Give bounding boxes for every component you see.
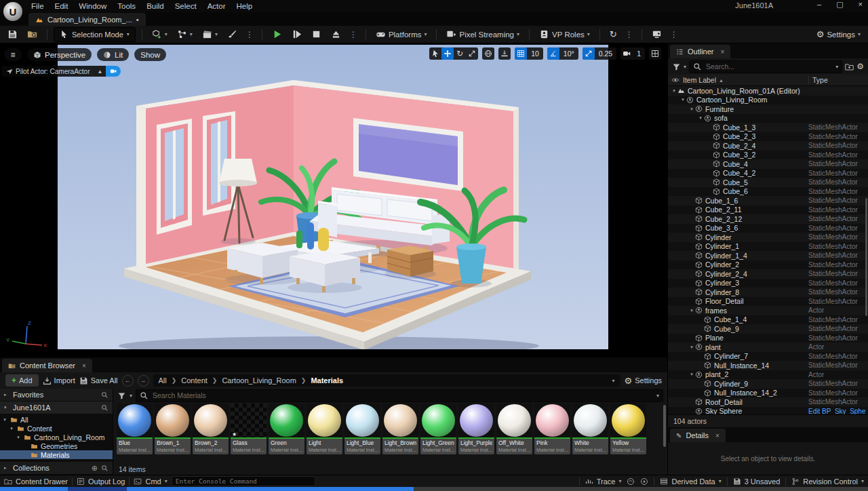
selection-mode-dropdown[interactable]: Selection Mode ▾ xyxy=(54,27,136,42)
collections-search-icon[interactable] xyxy=(101,465,108,472)
path-options-chevron-icon[interactable]: ▾ xyxy=(612,378,615,384)
menu-tools[interactable]: Tools xyxy=(112,1,141,12)
outliner-row[interactable]: Cube_3_6StaticMeshActor xyxy=(668,224,868,233)
scale-tool-button[interactable] xyxy=(466,47,478,60)
expander-icon[interactable]: ▾ xyxy=(688,308,695,313)
stats-icon[interactable] xyxy=(627,477,635,486)
menu-help[interactable]: Help xyxy=(231,1,258,12)
more-options-icon[interactable]: ⋮ xyxy=(243,30,256,39)
outliner-row[interactable]: ▾plantActor xyxy=(668,342,868,352)
asset-tile-brown_1[interactable]: Brown_1Material Inst... xyxy=(155,404,191,464)
camera-speed-button[interactable] xyxy=(620,47,633,60)
tab-outliner[interactable]: Outliner × xyxy=(670,45,730,58)
asset-grid-scrollbar[interactable] xyxy=(663,405,666,447)
breadcrumb-item[interactable]: Cartoon_Living_Room xyxy=(222,376,296,385)
unsaved-button[interactable]: 3 Unsaved xyxy=(733,477,781,486)
outliner-row[interactable]: Sky SphereEdit BP_Sky_Sphe xyxy=(668,407,868,415)
editor-modes-button[interactable] xyxy=(224,28,241,41)
breadcrumb-item[interactable]: Content xyxy=(181,376,208,385)
output-log-button[interactable]: Output Log xyxy=(77,477,125,486)
asset-search-chevron-icon[interactable]: ▾ xyxy=(656,393,659,399)
outliner-row[interactable]: Cylinder_2StaticMeshActor xyxy=(668,260,868,270)
favorites-search-icon[interactable] xyxy=(101,391,108,399)
recompile-options-icon[interactable]: ⋮ xyxy=(623,30,635,39)
asset-tile-yellow[interactable]: YellowMaterial Inst... xyxy=(610,404,646,464)
outliner-row[interactable]: Cube_2_12StaticMeshActor xyxy=(668,214,868,224)
asset-tile-light_brown[interactable]: Light_BrownMaterial Inst... xyxy=(382,404,418,464)
add-collection-icon[interactable]: ⊕ xyxy=(92,464,98,473)
add-button[interactable]: + Add xyxy=(5,374,39,387)
blueprints-button[interactable]: ▾ xyxy=(174,28,196,41)
stop-piloting-button[interactable]: ▲ xyxy=(94,66,106,77)
asset-search[interactable]: ▾ xyxy=(136,389,663,402)
breadcrumb[interactable]: All❯Content❯Cartoon_Living_Room❯Material… xyxy=(153,374,620,387)
device-options-icon[interactable]: ⋮ xyxy=(668,30,680,39)
breadcrumb-item[interactable]: Materials xyxy=(311,376,343,385)
content-browser-button[interactable] xyxy=(24,28,41,41)
viewport-options-icon[interactable]: ≡ xyxy=(4,48,22,61)
level-tab[interactable]: Cartoon_Living_Room_... • xyxy=(28,13,146,26)
save-button[interactable] xyxy=(4,28,21,41)
console-command-input[interactable] xyxy=(172,476,315,486)
folder-tree-item-content[interactable]: ▾Content xyxy=(0,424,113,433)
outliner-row[interactable]: Cube_3_2StaticMeshActor xyxy=(668,151,868,160)
tab-details[interactable]: ✎ Details × xyxy=(670,429,726,442)
folder-tree-item-materials[interactable]: Materials xyxy=(0,450,113,459)
collections-section[interactable]: ▸ Collections ⊕ xyxy=(0,462,113,475)
asset-tile-off_white[interactable]: Off_WhiteMaterial Inst... xyxy=(496,404,532,464)
outliner-row[interactable]: Cylinder_3StaticMeshActor xyxy=(668,279,868,288)
close-details-icon[interactable]: × xyxy=(715,432,719,439)
outliner-search[interactable]: ▾ xyxy=(689,60,842,73)
outliner-row[interactable]: ▾plant_2Actor xyxy=(668,370,868,380)
menu-build[interactable]: Build xyxy=(141,1,170,12)
back-button[interactable]: ← xyxy=(122,375,134,387)
cmd-dropdown[interactable]: Cmd▾ xyxy=(134,477,167,486)
asset-tile-light[interactable]: LightMaterial Inst... xyxy=(307,404,342,464)
outliner-settings-icon[interactable]: ⚙ xyxy=(856,62,864,71)
camera-speed-value[interactable]: 1 xyxy=(633,50,645,58)
outliner-row[interactable]: Cylinder_1StaticMeshActor xyxy=(668,242,868,252)
menu-edit[interactable]: Edit xyxy=(50,1,74,12)
outliner-row[interactable]: Null_Instance_14_2StaticMeshActor xyxy=(668,389,868,398)
rotate-tool-button[interactable]: ↻ xyxy=(454,47,466,60)
asset-tile-light_blue[interactable]: Light_BlueMaterial Inst... xyxy=(344,404,380,464)
rotation-snap-toggle[interactable] xyxy=(547,47,559,60)
level-viewport[interactable]: ≡ Perspective Lit Show Pilot Actor: Came… xyxy=(0,43,667,357)
outliner-row[interactable]: ▾Furniture xyxy=(668,104,868,114)
outliner-row[interactable]: Cube_6StaticMeshActor xyxy=(668,187,868,197)
outliner-scrollbar[interactable] xyxy=(865,198,867,316)
outliner-row[interactable]: PlaneStaticMeshActor xyxy=(668,334,868,343)
filter-chevron-icon[interactable]: ▾ xyxy=(684,64,686,70)
pixel-streaming-dropdown[interactable]: Pixel Streaming▾ xyxy=(443,28,523,41)
add-actor-button[interactable]: ▾ xyxy=(149,28,171,41)
menu-file[interactable]: File xyxy=(26,1,50,12)
outliner-row[interactable]: Roof_DetailStaticMeshActor xyxy=(668,397,868,407)
cinematics-button[interactable]: ▾ xyxy=(199,28,221,41)
view-mode-dropdown[interactable]: Lit xyxy=(97,48,129,61)
eject-button[interactable] xyxy=(328,28,344,41)
content-browser-settings-button[interactable]: ⚙Settings xyxy=(625,376,662,386)
restore-button[interactable]: ▢ xyxy=(836,0,843,9)
asset-filter-chevron-icon[interactable]: ▾ xyxy=(130,393,132,399)
outliner-row[interactable]: CylinderStaticMeshActor xyxy=(668,233,868,242)
outliner-row[interactable]: Floor_DetailStaticMeshActor xyxy=(668,297,868,307)
outliner-row[interactable]: Cylinder_1_4StaticMeshActor xyxy=(668,251,868,260)
outliner-row[interactable]: ▾framesActor xyxy=(668,306,868,315)
expander-icon[interactable]: ▾ xyxy=(671,88,677,94)
expander-icon[interactable]: ▾ xyxy=(688,106,695,112)
folder-tree-item-geometries[interactable]: Geometries xyxy=(0,441,113,450)
derived-data-dropdown[interactable]: Derived Data▾ xyxy=(660,477,721,486)
breadcrumb-item[interactable]: All xyxy=(159,376,167,385)
search-options-chevron-icon[interactable]: ▾ xyxy=(835,64,838,70)
outliner-row[interactable]: Cube_2_3StaticMeshActor xyxy=(668,132,868,142)
tab-content-browser[interactable]: Content Browser × xyxy=(2,359,92,372)
close-button[interactable]: × xyxy=(859,0,863,9)
outliner-search-input[interactable] xyxy=(705,62,833,71)
scale-snap-toggle[interactable] xyxy=(583,47,595,60)
outliner-row[interactable]: Cube_2_11StaticMeshActor xyxy=(668,205,868,215)
filter-icon[interactable] xyxy=(672,62,681,71)
select-tool-button[interactable] xyxy=(429,47,441,60)
folder-tree-item-all[interactable]: ▾All xyxy=(0,415,113,424)
expander-icon[interactable]: ▾ xyxy=(697,115,704,121)
expander-icon[interactable]: ▾ xyxy=(688,345,695,350)
